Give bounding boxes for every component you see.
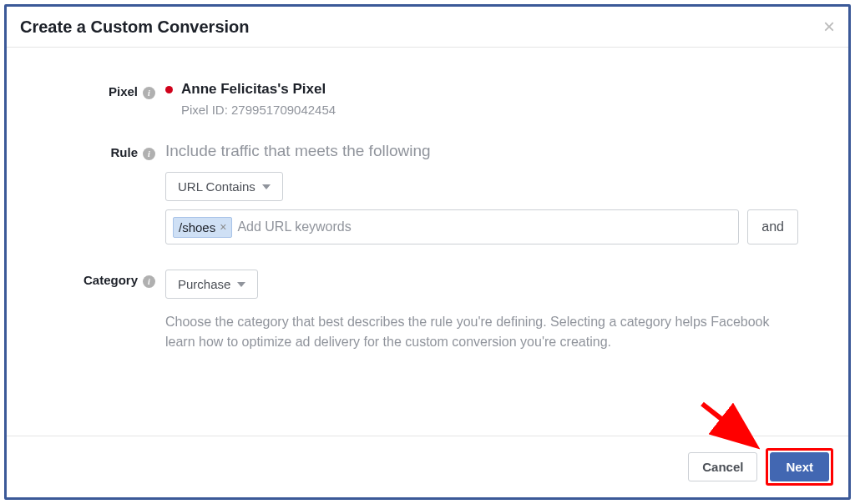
- info-icon[interactable]: i: [143, 87, 155, 99]
- and-button[interactable]: and: [747, 209, 798, 244]
- pixel-id: Pixel ID: 279951709042454: [181, 103, 798, 117]
- modal-body: Pixel i Anne Felicitas's Pixel Pixel ID:…: [7, 48, 848, 369]
- next-button-highlight: Next: [766, 448, 833, 486]
- and-label: and: [761, 219, 784, 234]
- category-label: Category: [83, 273, 138, 287]
- rule-label: Rule: [110, 145, 138, 159]
- cancel-button[interactable]: Cancel: [688, 452, 757, 481]
- tag-remove-icon[interactable]: ×: [220, 220, 226, 234]
- modal-header: Create a Custom Conversion ×: [7, 7, 848, 48]
- close-icon[interactable]: ×: [823, 17, 835, 37]
- chevron-down-icon: [262, 184, 271, 189]
- pixel-label: Pixel: [109, 84, 138, 98]
- url-input-placeholder: Add URL keywords: [237, 219, 351, 234]
- category-row: Category i Purchase Choose the category …: [57, 270, 798, 352]
- pixel-label-container: Pixel i: [57, 81, 165, 117]
- pixel-row: Pixel i Anne Felicitas's Pixel Pixel ID:…: [57, 81, 798, 117]
- category-description: Choose the category that best describes …: [165, 312, 783, 352]
- url-tag-chip[interactable]: /shoes ×: [173, 217, 232, 238]
- modal-container: Create a Custom Conversion × Pixel i Ann…: [4, 4, 851, 500]
- rule-heading: Include traffic that meets the following: [165, 142, 798, 160]
- category-content: Purchase Choose the category that best d…: [165, 270, 798, 352]
- info-icon[interactable]: i: [143, 275, 155, 288]
- url-tag-value: /shoes: [179, 220, 215, 234]
- modal-footer: Cancel Next: [7, 436, 848, 497]
- rule-content: Include traffic that meets the following…: [165, 142, 798, 244]
- rule-row: Rule i Include traffic that meets the fo…: [57, 142, 798, 244]
- info-icon[interactable]: i: [143, 148, 155, 160]
- pixel-status-dot-icon: [165, 86, 173, 93]
- rule-label-container: Rule i: [57, 142, 165, 244]
- category-label-container: Category i: [57, 270, 165, 352]
- next-button[interactable]: Next: [770, 452, 829, 481]
- chevron-down-icon: [237, 282, 245, 287]
- modal-title: Create a Custom Conversion: [20, 18, 250, 37]
- pixel-content: Anne Felicitas's Pixel Pixel ID: 2799517…: [165, 81, 798, 117]
- category-selected: Purchase: [178, 277, 230, 291]
- url-condition-dropdown[interactable]: URL Contains: [165, 172, 283, 201]
- category-dropdown[interactable]: Purchase: [165, 270, 258, 299]
- url-keywords-input[interactable]: /shoes × Add URL keywords: [165, 209, 739, 244]
- url-condition-label: URL Contains: [178, 179, 255, 194]
- pixel-name: Anne Felicitas's Pixel: [181, 81, 326, 98]
